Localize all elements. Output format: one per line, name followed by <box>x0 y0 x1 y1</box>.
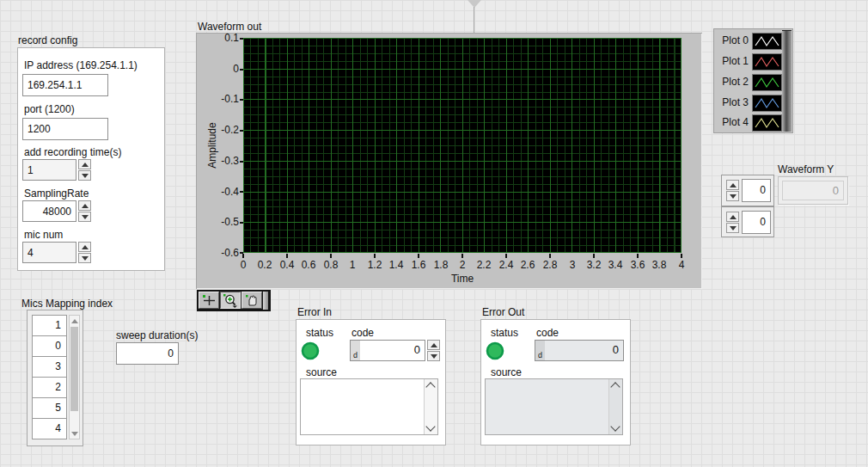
crosshair-tool-button[interactable] <box>199 292 219 309</box>
error-out-title: Error Out <box>482 306 524 318</box>
x-tick-mark <box>242 254 244 258</box>
scroll-down-button[interactable] <box>70 428 79 439</box>
mic-num-field[interactable]: 4 <box>22 242 76 263</box>
mic-num-label: mic num <box>24 229 63 241</box>
x-tick-label: 1.8 <box>434 259 449 271</box>
x-tick-label: 3.4 <box>608 259 623 271</box>
x-tick-label: 0.4 <box>280 259 295 271</box>
error-in-code-field[interactable]: d 0 <box>350 340 425 361</box>
array-cell[interactable]: 2 <box>32 377 67 398</box>
sweep-duration-field[interactable]: 0 <box>116 342 179 365</box>
y-tick-label: -0.2 <box>198 124 239 136</box>
y-tick-label: -0.4 <box>198 186 239 198</box>
array-cell[interactable]: 4 <box>32 418 67 439</box>
scroll-up-icon[interactable] <box>425 382 435 391</box>
decrement-button[interactable] <box>78 212 91 222</box>
palette-filler <box>263 292 268 310</box>
scroll-up-button[interactable] <box>70 316 79 326</box>
decrement-button[interactable] <box>78 170 91 181</box>
increment-button[interactable] <box>726 212 739 222</box>
waveform-plot-area[interactable] <box>243 38 682 253</box>
record-config-title: record config <box>18 34 77 46</box>
array-scrollbar[interactable] <box>69 315 80 439</box>
down-arrow-icon <box>431 354 437 359</box>
up-arrow-icon <box>431 343 437 347</box>
scroll-up-icon[interactable] <box>610 382 620 391</box>
scroll-down-icon[interactable] <box>425 421 435 431</box>
increment-button[interactable] <box>427 340 440 350</box>
x-tick-mark <box>418 254 419 258</box>
waveform-y-value: 0 <box>782 181 844 200</box>
array-cell[interactable]: 3 <box>32 356 67 378</box>
y-tick-mark <box>240 161 243 163</box>
radix-indicator: d <box>535 341 545 360</box>
increment-button[interactable] <box>726 180 739 190</box>
x-tick-label: 1.4 <box>389 259 404 271</box>
add-recording-time-label: add recording time(s) <box>24 146 121 158</box>
index-field[interactable]: 0 <box>742 179 771 202</box>
x-tick-label: 0.6 <box>302 259 316 271</box>
x-tick-mark <box>374 254 376 258</box>
port-field[interactable]: 1200 <box>22 118 108 140</box>
x-tick-label: 0.8 <box>324 259 339 271</box>
pane-splitter-line[interactable] <box>474 7 474 33</box>
legend-plot-swatch[interactable] <box>752 53 782 71</box>
scrollbar-thumb[interactable] <box>70 327 78 411</box>
waveform-line-icon <box>753 95 781 111</box>
legend-plot-swatch[interactable] <box>752 33 782 50</box>
error-in-source-field[interactable] <box>300 378 438 435</box>
pane-splitter-handle[interactable] <box>468 0 481 8</box>
sampling-rate-field[interactable]: 48000 <box>22 200 76 222</box>
increment-button[interactable] <box>78 242 91 252</box>
legend-edge-shade <box>782 30 792 132</box>
error-in-status-led[interactable] <box>300 341 321 361</box>
x-tick-label: 3.8 <box>652 259 667 271</box>
up-arrow-icon <box>82 204 89 208</box>
plot-legend: Plot 0 Plot 1 Plot 2 Plot 3 Plot 4 <box>713 28 793 133</box>
pan-tool-button[interactable] <box>241 292 262 309</box>
ip-address-field[interactable]: 169.254.1.1 <box>22 74 108 96</box>
decrement-button[interactable] <box>78 253 91 263</box>
x-tick-mark <box>462 254 463 258</box>
increment-button[interactable] <box>78 200 91 211</box>
add-recording-time-field[interactable]: 1 <box>22 159 76 181</box>
x-tick-mark <box>549 254 551 258</box>
legend-item-label: Plot 2 <box>714 76 749 88</box>
x-axis-label: Time <box>451 273 474 285</box>
x-tick-mark <box>637 254 639 258</box>
increment-button[interactable] <box>78 159 91 169</box>
array-cell[interactable]: 1 <box>32 315 67 336</box>
y-tick-label: 0.1 <box>198 32 239 44</box>
radix-indicator[interactable]: d <box>351 341 360 360</box>
legend-plot-swatch[interactable] <box>752 74 782 91</box>
decrement-button[interactable] <box>726 191 739 201</box>
mic-num-spinner <box>78 242 91 263</box>
sampling-rate-label: SamplingRate <box>24 187 89 200</box>
source-scrollbar[interactable] <box>424 379 437 434</box>
x-tick-label: 1.2 <box>368 259 382 271</box>
zoom-tool-button[interactable] <box>220 292 241 309</box>
source-scrollbar[interactable] <box>608 379 622 434</box>
array-cell[interactable]: 0 <box>32 335 67 357</box>
decrement-button[interactable] <box>427 351 440 361</box>
legend-item-label: Plot 1 <box>714 55 749 67</box>
decrement-button[interactable] <box>726 223 739 233</box>
labview-front-panel: { "colors": { "panel_background": "#ebeb… <box>0 0 868 467</box>
down-arrow-icon <box>82 256 89 261</box>
chart-title: Waveform out <box>198 21 261 33</box>
waveform-line-icon <box>753 34 781 49</box>
legend-plot-swatch[interactable] <box>752 114 782 132</box>
waveform-line-icon <box>753 75 781 90</box>
y-tick-mark <box>240 69 243 71</box>
up-arrow-icon <box>730 215 737 219</box>
x-tick-mark <box>681 254 682 258</box>
error-out-source-label: source <box>491 366 522 378</box>
index-field[interactable]: 0 <box>742 211 771 234</box>
y-tick-mark <box>240 191 243 193</box>
waveform-y-index-control-1: 0 <box>721 175 774 206</box>
array-cell[interactable]: 5 <box>32 397 67 419</box>
legend-plot-swatch[interactable] <box>752 95 782 112</box>
scroll-down-icon[interactable] <box>610 421 620 431</box>
ip-address-label: IP address (169.254.1.1) <box>24 59 138 71</box>
x-tick-label: 2 <box>460 259 466 271</box>
